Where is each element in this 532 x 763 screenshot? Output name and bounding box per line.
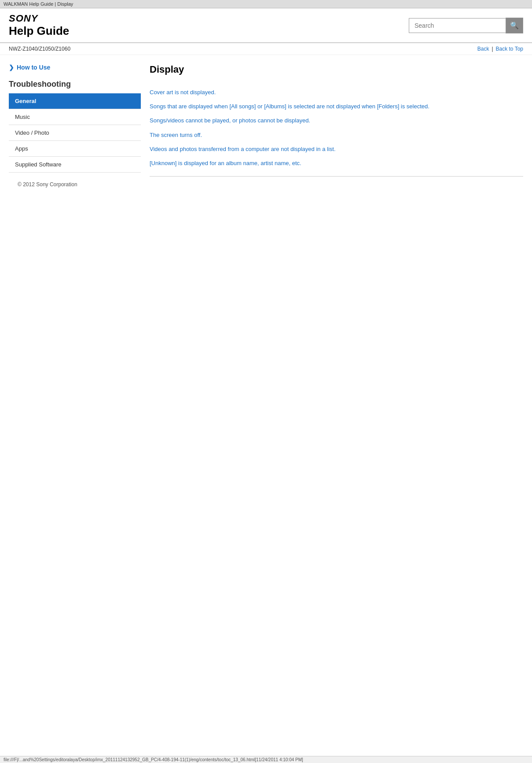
list-item: Songs/videos cannot be played, or photos… <box>150 117 523 125</box>
help-guide-title: Help Guide <box>9 24 69 38</box>
list-item: Cover art is not displayed. <box>150 88 523 96</box>
content-link-2[interactable]: Songs that are displayed when [All songs… <box>150 103 429 110</box>
sidebar-item-general[interactable]: General <box>9 93 141 109</box>
browser-title-text: WALKMAN Help Guide | Display <box>4 1 73 7</box>
list-item: Songs that are displayed when [All songs… <box>150 103 523 111</box>
page-title: Display <box>150 64 523 80</box>
sidebar-item-label-apps: Apps <box>9 141 141 156</box>
nav-bar: NWZ-Z1040/Z1050/Z1060 Back | Back to Top <box>0 43 532 55</box>
page-wrapper: SONY Help Guide 🔍 NWZ-Z1040/Z1050/Z1060 … <box>0 8 532 205</box>
search-input[interactable] <box>409 18 506 33</box>
content-link-1[interactable]: Cover art is not displayed. <box>150 89 216 96</box>
sidebar-item-label-supplied-software: Supplied Software <box>9 157 141 172</box>
content-divider <box>150 176 523 177</box>
sidebar-item-supplied-software[interactable]: Supplied Software <box>9 157 141 173</box>
device-model: NWZ-Z1040/Z1050/Z1060 <box>9 46 70 52</box>
list-item: Videos and photos transferred from a com… <box>150 145 523 153</box>
list-item: [Unknown] is displayed for an album name… <box>150 159 523 167</box>
content-links-list: Cover art is not displayed. Songs that a… <box>150 88 523 167</box>
sony-logo: SONY <box>9 13 69 24</box>
search-button[interactable]: 🔍 <box>506 18 523 33</box>
sidebar-item-apps[interactable]: Apps <box>9 141 141 157</box>
footer: © 2012 Sony Corporation <box>9 173 141 196</box>
how-to-use-section[interactable]: ❯ How to Use <box>9 64 141 71</box>
sidebar-item-label-general: General <box>9 93 141 109</box>
content-link-4[interactable]: The screen turns off. <box>150 132 202 138</box>
sidebar-item-video-photo[interactable]: Video / Photo <box>9 125 141 141</box>
sidebar-item-label-video-photo: Video / Photo <box>9 125 141 140</box>
nav-links: Back | Back to Top <box>477 46 523 52</box>
back-to-top-link[interactable]: Back to Top <box>496 46 523 52</box>
sidebar-item-music[interactable]: Music <box>9 109 141 125</box>
list-item: The screen turns off. <box>150 131 523 139</box>
how-to-use-link[interactable]: How to Use <box>17 64 50 71</box>
main-content: Display Cover art is not displayed. Song… <box>150 64 523 196</box>
sidebar-item-label-music: Music <box>9 109 141 125</box>
nav-separator: | <box>492 46 493 52</box>
troubleshooting-heading: Troubleshooting <box>9 80 141 89</box>
main-layout: ❯ How to Use Troubleshooting General Mus… <box>0 55 532 205</box>
content-link-3[interactable]: Songs/videos cannot be played, or photos… <box>150 117 310 124</box>
copyright-text: © 2012 Sony Corporation <box>18 181 77 188</box>
sidebar-nav: General Music Video / Photo Apps Supplie… <box>9 93 141 173</box>
browser-title-bar: WALKMAN Help Guide | Display <box>0 0 532 8</box>
search-icon: 🔍 <box>510 21 519 29</box>
sidebar: ❯ How to Use Troubleshooting General Mus… <box>9 64 141 196</box>
logo-area: SONY Help Guide <box>9 13 69 38</box>
chevron-icon: ❯ <box>9 64 14 71</box>
content-link-6[interactable]: [Unknown] is displayed for an album name… <box>150 160 301 166</box>
header: SONY Help Guide 🔍 <box>0 8 532 43</box>
search-area: 🔍 <box>409 18 523 33</box>
content-link-5[interactable]: Videos and photos transferred from a com… <box>150 146 336 152</box>
back-link[interactable]: Back <box>477 46 489 52</box>
